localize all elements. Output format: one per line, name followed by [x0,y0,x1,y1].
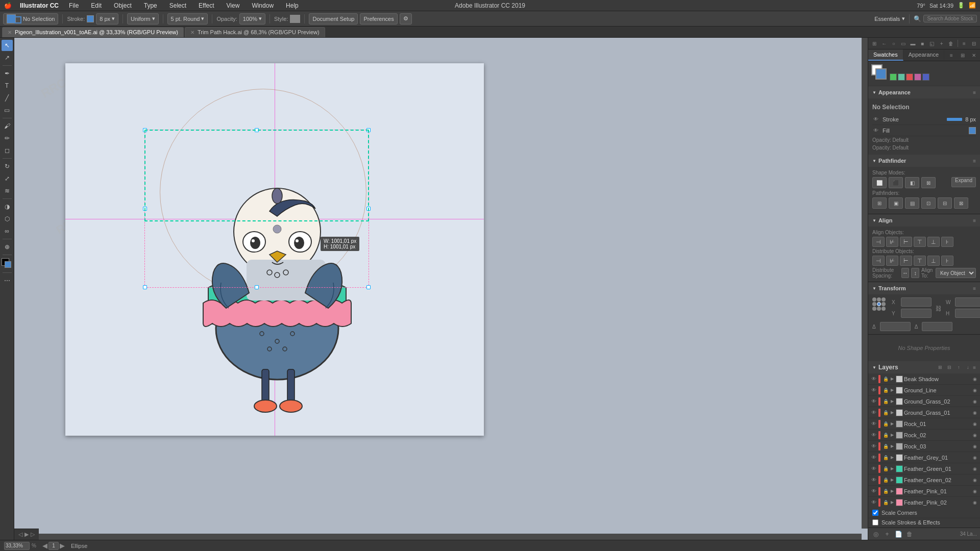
pf-exclude[interactable]: ⊠ [921,177,936,188]
color-swatches-area[interactable] [2,258,13,269]
pf-trim[interactable]: ▣ [889,197,903,209]
layer-lock-feather-grey-01[interactable]: 🔒 [883,455,889,461]
layers-footer-delete[interactable]: 🗑 [905,530,914,539]
doc-setup-btn[interactable]: Document Setup [309,13,358,24]
panel-list-view[interactable]: ≡ [946,51,957,60]
swatch-teal[interactable] [898,73,905,81]
layer-vis-feather-grey-01[interactable]: ◉ [972,455,978,461]
pf-expand-btn[interactable]: Expand [951,177,976,187]
handle-bl[interactable] [143,285,147,289]
appear-stroke-vis[interactable]: 👁 [872,116,879,123]
scale-tool[interactable]: ⤢ [2,173,13,184]
panel-icon-cols[interactable]: ≡ [960,39,969,48]
layer-lock-rock-01[interactable]: 🔒 [883,421,889,427]
menu-view[interactable]: View [225,2,242,9]
panel-icon-rect4[interactable]: ◱ [928,39,937,48]
align-center-h-btn[interactable]: ⊬ [886,237,898,247]
appear-stroke-preview[interactable] [947,118,962,121]
dist-left-btn[interactable]: ⊣ [872,256,885,266]
preferences-btn[interactable]: Preferences [360,13,397,24]
panel-icon-grid2[interactable]: ⊟ [969,39,978,48]
dist-right-btn[interactable]: ⊢ [900,256,912,266]
layer-expand-ground-grass-02[interactable]: ▶ [890,399,895,404]
horizontal-scrollbar[interactable] [14,534,862,540]
layer-lock-ground-grass-02[interactable]: 🔒 [883,398,889,405]
pen-tool[interactable]: ✒ [2,68,13,79]
dist-center-v-btn[interactable]: ⊥ [927,256,940,266]
stroke-large-swatch[interactable] [875,68,887,80]
artboard-prev-btn[interactable]: ◀ [42,542,47,549]
tab-trim-close-icon[interactable]: ✕ [190,30,194,35]
style-preview[interactable] [290,15,300,23]
panel-icon-rect3[interactable]: ■ [918,39,927,48]
layer-eye-ground-line[interactable]: 👁 [870,387,877,394]
tab-close-icon[interactable]: ✕ [8,30,12,35]
pathfinder-header[interactable]: ▼ Pathfinder ≡ [868,155,980,167]
panel-icon-rect2[interactable]: ▬ [909,39,917,48]
swatch-green[interactable] [890,73,897,81]
color-picker-area[interactable] [871,64,888,81]
vertical-scrollbar[interactable] [862,38,868,529]
menu-file[interactable]: File [67,2,81,9]
layer-feather-pink-02[interactable]: 👁 🔒 ▶ Feather_Pink_02 ◉ [868,497,980,508]
selection-display[interactable]: No Selection [3,13,58,24]
layer-vis-rock-01[interactable]: ◉ [972,421,978,427]
menu-help[interactable]: Help [284,2,301,9]
layers-footer-locate[interactable]: ◎ [871,530,880,539]
gradient-tool[interactable]: ◑ [2,201,13,212]
dist-bottom-btn[interactable]: ⊦ [941,256,953,266]
layer-lock-ground-line[interactable]: 🔒 [883,387,889,393]
y-input[interactable] [901,309,932,318]
ref-pt-6[interactable] [881,302,886,306]
canvas-arrow-icon[interactable]: ◁ [18,531,22,538]
tab-pigeon[interactable]: ✕ Pigeon_Illustration_v001_toAE.ai @ 33,… [2,27,184,37]
artboard-input[interactable] [48,542,59,550]
link-proportional-icon[interactable]: ⛓ [936,305,942,312]
dist-center-h-btn[interactable]: ⊬ [886,256,898,266]
pf-minus-back[interactable]: ⊠ [954,197,968,209]
layer-eye-ground-grass-02[interactable]: 👁 [870,398,877,405]
layer-rock-02[interactable]: 👁 🔒 ▶ Rock_02 ◉ [868,430,980,441]
opacity-value[interactable]: 100% ▾ [239,13,265,24]
h-input[interactable] [955,309,980,318]
dist-top-btn[interactable]: ⊤ [914,256,926,266]
layer-expand-rock-03[interactable]: ▶ [890,444,895,449]
panel-icon-trash[interactable]: 🗑 [947,39,955,48]
ref-pt-1[interactable] [872,297,876,302]
layer-vis-feather-green-02[interactable]: ◉ [972,477,978,483]
layer-expand-feather-green-02[interactable]: ▶ [890,478,895,483]
layer-expand-beak-shadow[interactable]: ▶ [890,377,895,382]
pencil-tool[interactable]: ✏ [2,133,13,144]
eyedropper-tool[interactable]: ⬡ [2,213,13,224]
layer-expand-feather-green-01[interactable]: ▶ [890,466,895,471]
selection-tool[interactable]: ↖ [2,40,13,51]
zoom-input[interactable] [4,542,30,550]
menu-effect[interactable]: Effect [197,2,216,9]
layer-vis-feather-pink-02[interactable]: ◉ [972,499,978,506]
layer-lock-beak-shadow[interactable]: 🔒 [883,376,889,382]
layer-rock-01[interactable]: 👁 🔒 ▶ Rock_01 ◉ [868,418,980,430]
align-bottom-btn[interactable]: ⊦ [941,237,953,247]
layer-eye-feather-green-02[interactable]: 👁 [870,477,877,484]
layers-panel-icon4[interactable]: ↓ [964,363,972,371]
artboard-next-btn[interactable]: ▶ [60,542,65,549]
layer-eye-feather-pink-02[interactable]: 👁 [870,499,877,506]
layers-footer-new-sublayer[interactable]: + [883,530,892,539]
skew-x-input[interactable] [880,322,911,331]
direct-selection-tool[interactable]: ↗ [2,52,13,63]
search-stock-placeholder[interactable]: Search Adobe Stock [923,15,977,22]
layer-feather-green-02[interactable]: 👁 🔒 ▶ Feather_Green_02 ◉ [868,474,980,486]
layer-vis-rock-02[interactable]: ◉ [972,432,978,438]
menu-type[interactable]: Type [142,2,159,9]
line-tool[interactable]: ╱ [2,92,13,104]
layer-vis-rock-03[interactable]: ◉ [972,443,978,449]
layer-expand-feather-pink-01[interactable]: ▶ [890,489,895,494]
layer-expand-rock-02[interactable]: ▶ [890,433,895,438]
scale-corners-checkbox[interactable] [872,510,878,516]
layer-lock-rock-03[interactable]: 🔒 [883,443,889,449]
pf-divide[interactable]: ⊞ [872,197,887,209]
layer-vis-feather-pink-01[interactable]: ◉ [972,488,978,494]
layer-lock-feather-pink-02[interactable]: 🔒 [883,499,889,506]
align-top-btn[interactable]: ⊤ [914,237,926,247]
dist-space-h-btn[interactable]: ↔ [901,268,910,278]
